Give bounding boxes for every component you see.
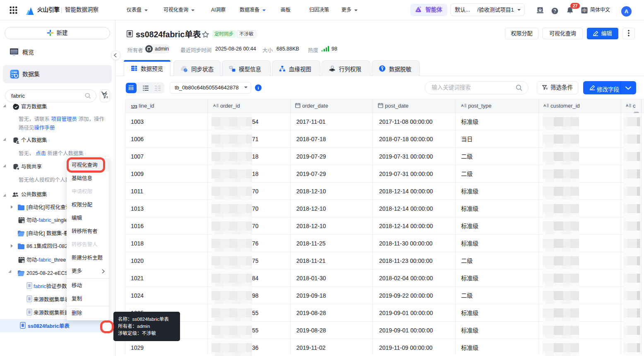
svg-text:A: A xyxy=(626,103,629,108)
svg-text:A: A xyxy=(213,103,216,108)
svg-text:中: 中 xyxy=(582,8,587,13)
svg-text:A: A xyxy=(543,103,546,108)
svg-text:A: A xyxy=(461,103,464,108)
